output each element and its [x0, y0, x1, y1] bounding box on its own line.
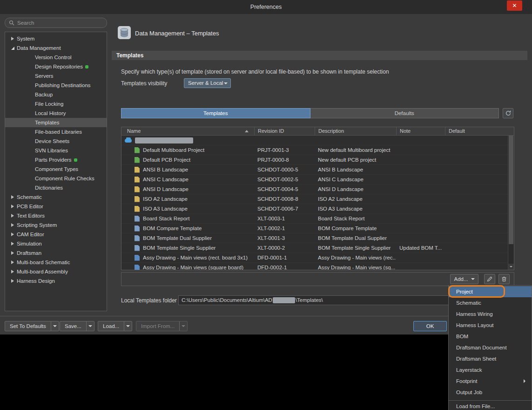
sidebar-tree-item[interactable]: CAM Editor [5, 230, 107, 239]
menu-item[interactable]: Draftsman Sheet [449, 353, 532, 364]
green-badge-icon [74, 158, 77, 162]
tab-defaults[interactable]: Defaults [310, 108, 499, 118]
sidebar-tree-item[interactable]: Scripting System [5, 220, 107, 230]
close-button[interactable]: ✕ [507, 0, 522, 11]
refresh-button[interactable] [503, 108, 513, 118]
sidebar-tree-item[interactable]: Text Editors [5, 211, 107, 220]
column-header-description[interactable]: Description [315, 127, 396, 135]
tree-expand-icon[interactable] [11, 258, 17, 267]
menu-item[interactable]: Load from File... [449, 400, 532, 410]
sidebar-tree-item[interactable]: File-based Libraries [5, 127, 107, 137]
set-to-defaults-button[interactable]: Set To Defaults [5, 321, 59, 331]
column-header-note[interactable]: Note [396, 127, 445, 135]
table-row[interactable]: ANSI C Landscape SCHDOT-0002-5 ANSI C La… [121, 175, 508, 184]
chevron-down-icon[interactable] [124, 321, 132, 331]
table-row[interactable]: Default Multiboard Project PRJT-0001-3 N… [121, 145, 508, 155]
column-header-name[interactable]: Name [121, 127, 254, 135]
sidebar-tree-item[interactable]: Backup [5, 90, 107, 99]
table-row[interactable] [121, 136, 508, 145]
sidebar-tree-item[interactable]: Parts Providers [5, 155, 107, 164]
table-row[interactable]: Default PCB Project PRJT-0000-8 New defa… [121, 155, 508, 165]
menu-item[interactable]: Project [449, 286, 532, 297]
column-header-default[interactable]: Default [445, 127, 514, 135]
template-revision-id: SCHDOT-0006-7 [254, 206, 315, 212]
add-button[interactable]: Add... [450, 274, 478, 284]
sidebar-tree-item[interactable]: Local History [5, 109, 107, 118]
sidebar-tree-item[interactable]: Component Rule Checks [5, 174, 107, 183]
sidebar-tree-item[interactable]: Schematic [5, 192, 107, 202]
template-revision-id: SCHDOT-0008-8 [254, 196, 315, 202]
tree-item-label: System [17, 34, 34, 43]
table-row[interactable]: ANSI B Landscape SCHDOT-0000-5 ANSI B La… [121, 165, 508, 175]
chevron-down-icon[interactable] [51, 321, 59, 331]
tree-expand-icon[interactable] [11, 239, 17, 248]
edit-button[interactable] [484, 274, 495, 284]
templates-visibility-dropdown[interactable]: Server & Local [184, 78, 231, 88]
tree-item-label: Harness Design [17, 276, 55, 286]
menu-item[interactable]: Draftsman Document [449, 342, 532, 353]
template-type-icon [135, 147, 140, 153]
table-row[interactable]: Board Stack Report XLT-0003-1 Board Stac… [121, 214, 508, 224]
sidebar-tree-item[interactable]: Harness Design [5, 276, 107, 286]
menu-item[interactable]: Layerstack [449, 364, 532, 376]
table-row[interactable]: Assy Drawing - Main views (square board)… [121, 263, 508, 270]
table-row[interactable]: BOM Compare Template XLT-0002-1 BOM Comp… [121, 224, 508, 233]
tree-expand-icon[interactable] [11, 276, 17, 286]
scrollbar-thumb[interactable] [509, 136, 513, 244]
tab-templates[interactable]: Templates [121, 108, 310, 118]
menu-item[interactable]: Schematic [449, 297, 532, 308]
tree-expand-icon[interactable] [11, 211, 17, 220]
sidebar-tree-item[interactable]: Multi-board Assembly [5, 267, 107, 276]
save-button[interactable]: Save... [60, 321, 94, 331]
chevron-down-icon[interactable] [86, 321, 94, 331]
search-box[interactable] [5, 18, 107, 28]
tree-expand-icon[interactable] [11, 230, 17, 239]
template-type-icon [135, 226, 140, 232]
tree-expand-icon[interactable] [11, 34, 17, 43]
scrollbar-down-arrow[interactable] [508, 264, 514, 270]
tree-expand-icon[interactable] [11, 220, 17, 230]
tree-expand-icon[interactable] [11, 192, 17, 202]
sidebar-tree-item[interactable]: PCB Editor [5, 202, 107, 211]
trash-icon [501, 276, 507, 282]
sidebar-tree-item[interactable]: Multi-board Schematic [5, 258, 107, 267]
search-input[interactable] [17, 20, 103, 26]
sidebar-tree-item[interactable]: Simulation [5, 239, 107, 248]
tree-expand-icon[interactable] [11, 248, 17, 258]
sidebar-tree-item[interactable]: Data Management [5, 43, 107, 53]
sidebar-tree-item[interactable]: SVN Libraries [5, 146, 107, 155]
sidebar-tree-item[interactable]: Component Types [5, 164, 107, 174]
load-button[interactable]: Load... [98, 321, 132, 331]
sidebar-tree-item[interactable]: System [5, 34, 107, 43]
sidebar-tree-item[interactable]: Servers [5, 71, 107, 81]
sidebar-tree-item[interactable]: Version Control [5, 53, 107, 62]
column-header-revision[interactable]: Revision ID [254, 127, 315, 135]
ok-button[interactable]: OK [413, 321, 447, 331]
table-row[interactable]: BOM Template Single Supplier XLT-0000-2 … [121, 243, 508, 253]
template-description: ANSI D Landscape [315, 186, 396, 192]
menu-item[interactable]: Footprint [449, 376, 532, 387]
delete-button[interactable] [498, 274, 510, 284]
sidebar-tree-item[interactable]: Design Repositories [5, 62, 107, 71]
tree-expand-icon[interactable] [11, 43, 17, 53]
sidebar-tree-item[interactable]: Publishing Destinations [5, 81, 107, 90]
menu-item[interactable]: Harness Wiring [449, 308, 532, 320]
menu-item[interactable]: BOM [449, 331, 532, 342]
preferences-dialog: Preferences ✕ System Data Management [0, 0, 532, 335]
sidebar-tree-item[interactable]: Templates [5, 118, 107, 127]
table-row[interactable]: ISO A3 Landscape SCHDOT-0006-7 ISO A3 La… [121, 204, 508, 214]
menu-item[interactable]: Output Job [449, 387, 532, 398]
vertical-scrollbar[interactable] [508, 136, 514, 270]
table-row[interactable]: ISO A2 Landscape SCHDOT-0008-8 ISO A2 La… [121, 194, 508, 204]
menu-item[interactable]: Harness Layout [449, 320, 532, 331]
sidebar-tree-item[interactable]: Draftsman [5, 248, 107, 258]
table-row[interactable]: ANSI D Landscape SCHDOT-0004-5 ANSI D La… [121, 184, 508, 194]
template-description: ANSI B Landscape [315, 167, 396, 172]
sidebar-tree-item[interactable]: Device Sheets [5, 137, 107, 146]
table-row[interactable]: Assy Drawing - Main views (rect. board 3… [121, 253, 508, 263]
table-row[interactable]: BOM Template Dual Supplier XLT-0001-3 BO… [121, 233, 508, 243]
sidebar-tree-item[interactable]: File Locking [5, 99, 107, 109]
tree-expand-icon[interactable] [11, 267, 17, 276]
tree-expand-icon[interactable] [11, 202, 17, 211]
sidebar-tree-item[interactable]: Dictionaries [5, 183, 107, 192]
